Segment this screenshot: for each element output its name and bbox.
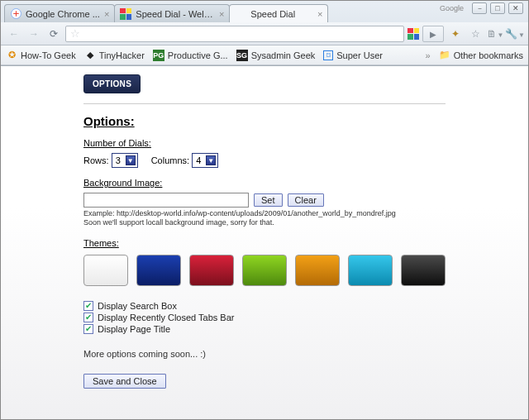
checkbox-label: Display Recently Closed Tabs Bar bbox=[98, 313, 234, 322]
other-bookmarks-label: Other bookmarks bbox=[454, 50, 523, 60]
htg-icon: ✪ bbox=[6, 50, 17, 61]
chevron-down-icon: ▼ bbox=[126, 155, 136, 165]
tab-strip: Google Chrome ... × Speed Dial - Welco..… bbox=[1, 1, 528, 22]
forward-button[interactable]: → bbox=[26, 26, 42, 42]
dials-heading: Number of Dials: bbox=[83, 138, 446, 148]
themes-heading: Themes: bbox=[83, 238, 446, 248]
close-window-button[interactable]: ✕ bbox=[508, 2, 523, 14]
page-menu[interactable]: 🗎 bbox=[487, 26, 503, 42]
tab-title: Speed Dial - Welco... bbox=[136, 9, 215, 19]
theme-green[interactable] bbox=[242, 255, 287, 286]
minimize-button[interactable]: － bbox=[472, 2, 487, 14]
theme-black[interactable] bbox=[401, 255, 446, 286]
bookmark-label: Sysadmin Geek bbox=[251, 50, 316, 60]
divider bbox=[83, 103, 446, 104]
extension-icon[interactable] bbox=[407, 28, 419, 40]
tab-speed-dial-welcome[interactable]: Speed Dial - Welco... × bbox=[114, 4, 230, 22]
tab-title: Speed Dial bbox=[250, 9, 313, 19]
bookmark-label: Super User bbox=[336, 50, 383, 60]
folder-icon bbox=[439, 50, 450, 61]
columns-label: Columns: bbox=[151, 155, 189, 165]
bookmark-tool-icon[interactable]: ☆ bbox=[467, 26, 484, 42]
theme-blue[interactable] bbox=[136, 255, 181, 286]
set-button[interactable]: Set bbox=[254, 193, 283, 207]
theme-cyan[interactable] bbox=[348, 255, 393, 286]
close-icon[interactable]: × bbox=[317, 9, 322, 19]
coming-soon-text: More options coming soon... :) bbox=[83, 349, 446, 359]
options-badge[interactable]: OPTIONS bbox=[83, 74, 141, 93]
theme-white[interactable] bbox=[83, 255, 128, 286]
tab-google-chrome[interactable]: Google Chrome ... × bbox=[4, 4, 115, 22]
close-icon[interactable]: × bbox=[219, 9, 224, 19]
pg-icon: PG bbox=[153, 50, 164, 61]
theme-red[interactable] bbox=[189, 255, 234, 286]
reload-button[interactable]: ⟳ bbox=[45, 26, 62, 42]
bookmark-how-to-geek[interactable]: ✪ How-To Geek bbox=[6, 50, 76, 61]
wrench-menu[interactable]: 🔧 bbox=[507, 26, 523, 42]
bookmarks-overflow[interactable]: » bbox=[426, 50, 431, 60]
background-image-heading: Background Image: bbox=[83, 178, 446, 188]
close-icon[interactable]: × bbox=[104, 9, 109, 19]
clear-button[interactable]: Clear bbox=[288, 193, 324, 207]
theme-orange[interactable] bbox=[295, 255, 340, 286]
back-button[interactable]: ← bbox=[6, 26, 22, 42]
bookmark-label: TinyHacker bbox=[99, 50, 145, 60]
save-and-close-button[interactable]: Save and Close bbox=[83, 374, 166, 389]
tab-title: Google Chrome ... bbox=[26, 9, 100, 19]
checkbox-search-box[interactable]: ✔ bbox=[83, 301, 93, 311]
bookmarks-bar: ✪ How-To Geek ◆ TinyHacker PG Productive… bbox=[1, 45, 528, 65]
sg-icon: SG bbox=[236, 50, 248, 61]
columns-value: 4 bbox=[196, 155, 201, 165]
bookmark-tinyhacker[interactable]: ◆ TinyHacker bbox=[84, 50, 145, 61]
rows-value: 3 bbox=[116, 155, 121, 165]
bookmark-star-icon[interactable]: ☆ bbox=[70, 27, 80, 40]
google-icon bbox=[10, 8, 21, 20]
go-button[interactable] bbox=[422, 26, 444, 42]
background-image-input[interactable] bbox=[83, 193, 249, 208]
maximize-button[interactable]: □ bbox=[490, 2, 505, 14]
bookmark-label: Productive G... bbox=[168, 50, 228, 60]
columns-select[interactable]: 4 ▼ bbox=[192, 153, 218, 168]
su-icon: ⌑ bbox=[323, 50, 333, 60]
checkbox-label: Display Search Box bbox=[98, 301, 177, 311]
other-bookmarks[interactable]: Other bookmarks bbox=[439, 50, 523, 61]
checkbox-page-title[interactable]: ✔ bbox=[83, 324, 93, 334]
page-title: Options: bbox=[83, 114, 446, 128]
checkbox-label: Display Page Title bbox=[98, 324, 170, 334]
page-viewport: OPTIONS Options: Number of Dials: Rows: … bbox=[1, 66, 528, 420]
chevron-down-icon: ▼ bbox=[206, 155, 216, 165]
window-controls: Google － □ ✕ bbox=[440, 2, 523, 14]
google-logo: Google bbox=[440, 4, 464, 12]
tool-icon[interactable]: ✦ bbox=[447, 26, 464, 42]
theme-swatches bbox=[83, 255, 446, 286]
rows-select[interactable]: 3 ▼ bbox=[112, 153, 138, 168]
blank-icon bbox=[235, 8, 246, 20]
th-icon: ◆ bbox=[84, 50, 96, 61]
address-bar[interactable]: ☆ bbox=[65, 26, 404, 42]
grid-icon bbox=[120, 8, 131, 20]
bookmark-super-user[interactable]: ⌑ Super User bbox=[323, 50, 383, 60]
rows-label: Rows: bbox=[83, 155, 109, 165]
bookmark-productive-g[interactable]: PG Productive G... bbox=[153, 50, 228, 61]
bookmark-sysadmin-geek[interactable]: SG Sysadmin Geek bbox=[236, 50, 316, 61]
bookmark-label: How-To Geek bbox=[21, 50, 76, 60]
background-example-text: Example: http://desktop-world.info/wp-co… bbox=[83, 209, 446, 228]
checkbox-recently-closed[interactable]: ✔ bbox=[83, 313, 93, 322]
toolbar: ← → ⟳ ☆ ✦ ☆ 🗎 🔧 bbox=[1, 22, 528, 45]
tab-speed-dial[interactable]: Speed Dial × bbox=[229, 4, 328, 22]
